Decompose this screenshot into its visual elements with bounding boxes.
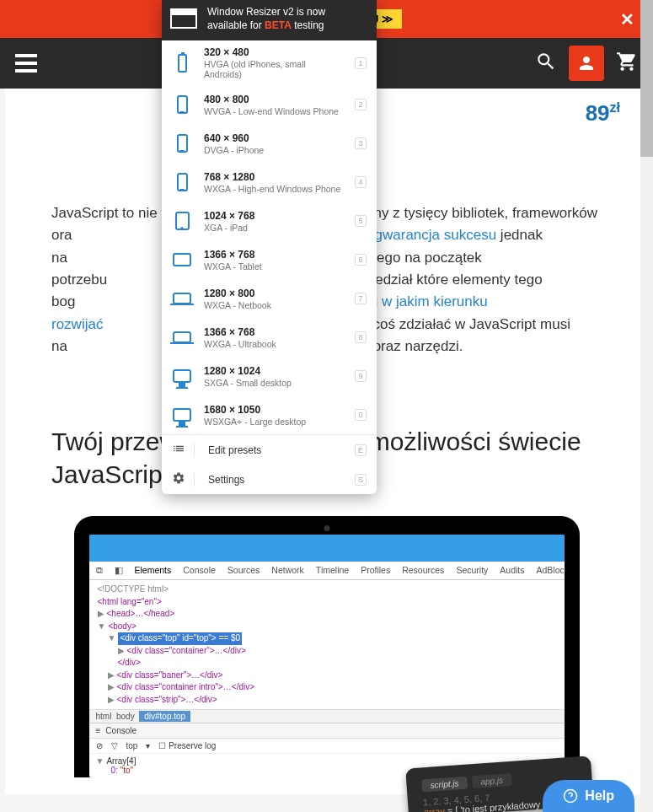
preset-resolution: 480 × 800 <box>204 94 343 105</box>
tab-adblock[interactable]: AdBlock <box>537 565 565 576</box>
preset-description: HVGA (old iPhones, small Androids) <box>204 59 343 79</box>
preset-description: WSXGA+ - Large desktop <box>204 417 343 427</box>
gear-icon <box>172 471 185 487</box>
preset-description: WXGA - Ultrabook <box>204 339 343 349</box>
device-icon <box>172 363 192 390</box>
preset-description: DVGA - iPhone <box>204 145 343 155</box>
device-icon <box>172 130 192 157</box>
preset-shortcut: 3 <box>355 137 367 149</box>
preset-resolution: 1024 × 768 <box>204 210 343 222</box>
editor-tab-active: script.js <box>421 777 468 793</box>
resize-preset-1280×800[interactable]: 1280 × 800WXGA - Netbook7 <box>162 279 377 318</box>
resize-preset-480×800[interactable]: 480 × 800WVGA - Low-end Windows Phone2 <box>162 85 377 124</box>
device-icon <box>172 207 192 234</box>
device-icon <box>172 324 192 351</box>
preset-description: WXGA - High-end Windows Phone <box>204 184 343 194</box>
tab-security[interactable]: Security <box>456 565 488 576</box>
tab-console[interactable]: Console <box>183 565 216 576</box>
preset-resolution: 1280 × 800 <box>204 288 343 299</box>
list-icon <box>172 442 185 458</box>
preset-description: WXGA - Tablet <box>204 261 343 272</box>
resize-preset-320×480[interactable]: 320 × 480HVGA (old iPhones, small Androi… <box>162 40 377 85</box>
window-resizer-popup: Window Resizer v2 is now available for B… <box>162 0 377 494</box>
resize-preset-1280×1024[interactable]: 1280 × 1024SXGA - Small desktop9 <box>162 357 377 395</box>
tab-elements[interactable]: Elements <box>135 565 172 576</box>
preset-shortcut: 7 <box>355 293 367 304</box>
monitor-mockup: ⧉◧ Elements Console Sources Network Time… <box>74 516 580 777</box>
preset-description: XGA - iPad <box>204 223 343 233</box>
resize-preset-640×960[interactable]: 640 × 960DVGA - iPhone3 <box>162 124 377 163</box>
resize-preset-1680×1050[interactable]: 1680 × 1050WSXGA+ - Large desktop0 <box>162 395 377 434</box>
popup-header[interactable]: Window Resizer v2 is now available for B… <box>162 0 377 40</box>
preset-shortcut: 8 <box>355 331 367 343</box>
preset-description: SXGA - Small desktop <box>204 378 343 388</box>
preset-resolution: 768 × 1280 <box>204 171 343 183</box>
scrollbar-thumb[interactable] <box>640 0 653 157</box>
console-drawer-label: Console <box>105 726 136 735</box>
preset-shortcut: 4 <box>355 176 367 188</box>
resize-preset-768×1280[interactable]: 768 × 1280WXGA - High-end Windows Phone4 <box>162 163 377 202</box>
preset-resolution: 320 × 480 <box>204 46 343 58</box>
device-icon <box>172 50 192 77</box>
cart-icon[interactable] <box>616 51 638 76</box>
edit-presets-button[interactable]: Edit presets E <box>162 435 377 465</box>
banner-close-button[interactable]: ✕ <box>620 9 634 30</box>
preset-resolution: 1280 × 1024 <box>204 365 343 377</box>
preset-shortcut: 6 <box>355 254 367 266</box>
settings-button[interactable]: Settings S <box>162 465 377 494</box>
search-icon[interactable] <box>535 51 557 76</box>
preset-resolution: 1366 × 768 <box>204 249 343 261</box>
user-account-button[interactable] <box>569 46 604 81</box>
devtools-panel: ⧉◧ Elements Console Sources Network Time… <box>89 562 565 777</box>
preset-shortcut: 9 <box>355 370 367 382</box>
preset-resolution: 1366 × 768 <box>204 326 343 338</box>
tab-resources[interactable]: Resources <box>402 565 444 576</box>
dom-tree: <!DOCTYPE html> <html lang="en"> ▶<head>… <box>89 580 565 709</box>
device-icon <box>172 285 192 312</box>
resize-preset-1024×768[interactable]: 1024 × 768XGA - iPad5 <box>162 202 377 240</box>
device-icon <box>172 401 192 428</box>
editor-tab-inactive: app.js <box>472 773 512 788</box>
tab-network[interactable]: Network <box>271 565 304 576</box>
preset-resolution: 640 × 960 <box>204 132 343 144</box>
hamburger-menu-icon[interactable] <box>15 54 37 73</box>
help-widget-button[interactable]: Help <box>543 780 634 812</box>
vertical-scrollbar[interactable] <box>640 0 653 812</box>
resize-preset-1366×768[interactable]: 1366 × 768WXGA - Ultrabook8 <box>162 318 377 357</box>
device-icon <box>172 246 192 273</box>
device-icon <box>172 91 192 118</box>
tab-timeline[interactable]: Timeline <box>316 565 349 576</box>
tab-audits[interactable]: Audits <box>500 565 524 576</box>
device-icon <box>172 169 192 196</box>
preset-description: WVGA - Low-end Windows Phone <box>204 106 343 116</box>
preset-shortcut: 1 <box>355 57 367 69</box>
preset-shortcut: 0 <box>355 409 367 421</box>
resize-preset-1366×768[interactable]: 1366 × 768WXGA - Tablet6 <box>162 240 377 279</box>
browser-chrome-mock <box>89 535 565 562</box>
tab-sources[interactable]: Sources <box>227 565 260 576</box>
preset-description: WXGA - Netbook <box>204 300 343 310</box>
window-icon <box>170 8 197 29</box>
devtools-tabs: ⧉◧ Elements Console Sources Network Time… <box>89 562 565 580</box>
preset-shortcut: 5 <box>355 215 367 227</box>
preset-resolution: 1680 × 1050 <box>204 404 343 416</box>
preset-shortcut: 2 <box>355 99 367 110</box>
breadcrumb: html body div#top.top <box>89 709 565 723</box>
tab-profiles[interactable]: Profiles <box>361 565 390 576</box>
